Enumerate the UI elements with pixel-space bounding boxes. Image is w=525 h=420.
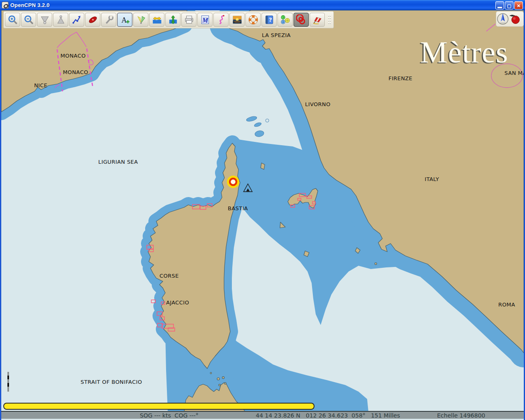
map-label-ajaccio: AJACCIO [166,299,189,306]
ais-dials-icon [280,14,291,25]
map-label-roma: ROMA [498,302,515,308]
route-manager-button[interactable]: M [197,13,213,27]
show-tides-button[interactable] [165,13,180,27]
status-bar: SOG --- kts COG ---° 44 14 23.826 N 012 … [0,411,525,419]
map-label-italy: ITALY [425,176,439,182]
scale-chart-up-button[interactable] [53,13,68,27]
main-toolbar: AM? [3,11,334,28]
toggle-tracking-button[interactable] [213,13,229,27]
spiral-plugin-button[interactable] [294,13,309,27]
map-label-firenze: FIRENZE [389,75,412,81]
ais-targets-button[interactable] [278,13,293,27]
tides-arrow-icon [168,14,178,25]
print-chart-button[interactable] [181,13,197,27]
cursor-position-readout: 44 14 23.826 N 012 26 34.623 058° 151 Mi… [256,412,400,419]
map-label-corse: CORSE [160,273,179,279]
gps-status-icon [512,16,520,24]
show-enc-text-button[interactable]: A [117,13,132,27]
depth-units-label: Mètres [420,35,508,70]
map-label-san-mar: SAN MAR [504,70,524,76]
svg-text:M: M [201,17,208,24]
chart-scale-readout: Echelle 1496800 [437,412,485,419]
create-route-button[interactable] [69,13,84,27]
scale-tick-bar [7,372,9,392]
opencpn-window: LA SPEZIAMONACOMONACONICEFIRENZELIVORNOS… [0,0,525,420]
grib-plugin-button[interactable] [310,13,325,27]
islet [224,383,226,384]
svg-text:A: A [121,16,127,24]
sog-cog-readout: SOG --- kts COG ---° [140,412,199,419]
red-spiral-icon [296,14,307,25]
map-label-nice: NICE [34,82,47,88]
help-book-icon: ? [264,14,275,25]
zoom-in-icon [7,14,18,25]
light-beams-icon [136,14,146,25]
map-label-la-spezia: LA SPEZIA [262,32,291,38]
printer-icon [184,14,194,25]
cone-up-icon [56,14,66,25]
windsock-icon [312,14,323,25]
islet [222,376,224,378]
zoom-out-icon [23,14,34,25]
window-title: OpenCPN 3.2.0 [10,2,50,8]
map-label-bastia: BASTIA [228,205,248,211]
compass-rose-icon [497,13,508,24]
chart-piano-key[interactable] [3,403,315,410]
map-label-strait-of-bonifacio: STRAIT OF BONIFACIO [81,379,142,385]
islet [219,384,220,386]
scale-chart-down-button[interactable] [37,13,52,27]
options-button[interactable] [101,13,116,27]
place-ring-marker[interactable] [228,177,238,187]
app-icon [2,2,9,9]
wrench-icon [104,14,114,25]
islet [375,263,377,265]
compass-gps-panel[interactable] [496,11,524,27]
maximize-button[interactable]: ▢ [505,1,513,9]
text-a-plus-icon: A [120,14,130,25]
window-border-left [0,10,1,420]
chart-canvas[interactable]: LA SPEZIAMONACOMONACONICEFIRENZELIVORNOS… [1,10,524,411]
svg-text:?: ? [268,16,272,23]
zoom-in-button[interactable] [5,13,20,27]
color-scheme-button[interactable] [229,13,245,27]
islet [217,378,220,380]
boat-icon [88,14,98,25]
map-label-livorno: LIVORNO [305,101,331,107]
track-s-icon [216,14,227,25]
currents-arrow-icon [152,14,162,25]
map-label-monaco: MONACO [63,69,88,75]
map-label-monaco: MONACO [60,53,86,59]
map-label-ligurian-sea: LIGURIAN SEA [98,159,138,165]
man-overboard-button[interactable] [245,13,261,27]
auto-follow-button[interactable] [85,13,100,27]
zoom-out-button[interactable] [21,13,36,27]
help-button[interactable]: ? [261,13,277,27]
cone-down-icon [39,14,50,25]
route-manager-icon: M [200,14,210,25]
minimize-button[interactable]: ▬ [495,1,504,9]
islet [210,372,212,374]
sunset-icon [232,14,243,25]
lifebuoy-icon [248,14,259,25]
route-icon [72,14,82,25]
toolbar-grip[interactable] [327,14,333,26]
show-currents-button[interactable] [149,13,164,27]
title-bar[interactable]: OpenCPN 3.2.0 ▬ ▢ ✕ [0,0,525,10]
show-lights-button[interactable] [133,13,148,27]
close-button[interactable]: ✕ [514,1,523,9]
